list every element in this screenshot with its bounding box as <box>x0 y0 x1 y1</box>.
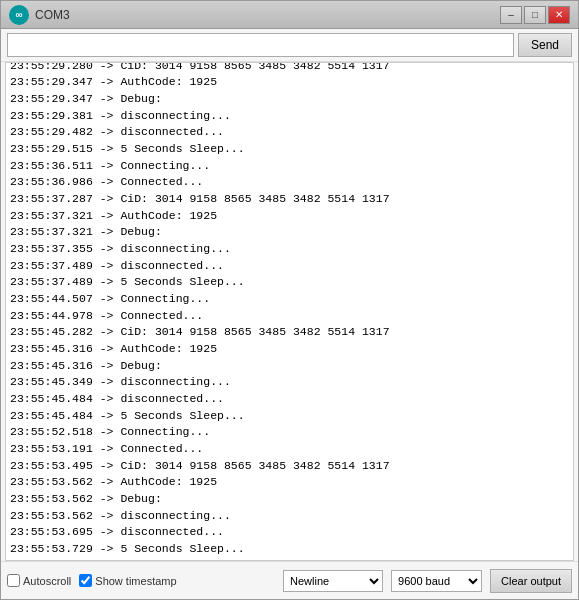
log-line: 23:55:36.511 -> Connecting... <box>10 158 569 175</box>
log-line: 23:55:29.381 -> disconnecting... <box>10 108 569 125</box>
clear-output-button[interactable]: Clear output <box>490 569 572 593</box>
log-line: 23:55:45.316 -> Debug: <box>10 358 569 375</box>
autoscroll-label[interactable]: Autoscroll <box>7 574 71 587</box>
serial-monitor-window: ∞ COM3 – □ ✕ Send 23:55:29.012 -> Connec… <box>0 0 579 600</box>
log-line: 23:55:37.321 -> AuthCode: 1925 <box>10 208 569 225</box>
output-area[interactable]: 23:55:29.012 -> Connected...23:55:29.280… <box>5 62 574 561</box>
log-line: 23:55:37.355 -> disconnecting... <box>10 241 569 258</box>
log-line: 23:55:36.986 -> Connected... <box>10 174 569 191</box>
arduino-logo-icon: ∞ <box>9 5 29 25</box>
log-line: 23:55:29.280 -> CiD: 3014 9158 8565 3485… <box>10 62 569 74</box>
log-line: 23:55:53.562 -> Debug: <box>10 491 569 508</box>
title-bar-left: ∞ COM3 <box>9 5 70 25</box>
send-button[interactable]: Send <box>518 33 572 57</box>
log-line: 23:55:45.316 -> AuthCode: 1925 <box>10 341 569 358</box>
minimize-button[interactable]: – <box>500 6 522 24</box>
input-row: Send <box>1 29 578 62</box>
log-line: 23:55:37.489 -> disconnected... <box>10 258 569 275</box>
bottom-bar: Autoscroll Show timestamp No line ending… <box>1 561 578 599</box>
log-line: 23:55:53.695 -> disconnected... <box>10 524 569 541</box>
send-input[interactable] <box>7 33 514 57</box>
log-line: 23:55:29.347 -> AuthCode: 1925 <box>10 74 569 91</box>
maximize-button[interactable]: □ <box>524 6 546 24</box>
title-bar: ∞ COM3 – □ ✕ <box>1 1 578 29</box>
log-line: 23:55:44.507 -> Connecting... <box>10 291 569 308</box>
title-bar-controls: – □ ✕ <box>500 6 570 24</box>
log-line: 23:55:53.729 -> 5 Seconds Sleep... <box>10 541 569 558</box>
log-line: 23:55:29.515 -> 5 Seconds Sleep... <box>10 141 569 158</box>
log-line: 23:55:29.482 -> disconnected... <box>10 124 569 141</box>
show-timestamp-checkbox[interactable] <box>79 574 92 587</box>
show-timestamp-label[interactable]: Show timestamp <box>79 574 176 587</box>
log-line: 23:55:52.518 -> Connecting... <box>10 424 569 441</box>
log-line: 23:55:45.484 -> disconnected... <box>10 391 569 408</box>
log-line: 23:55:53.191 -> Connected... <box>10 441 569 458</box>
log-line: 23:55:29.347 -> Debug: <box>10 91 569 108</box>
window-title: COM3 <box>35 8 70 22</box>
log-line: 23:55:45.484 -> 5 Seconds Sleep... <box>10 408 569 425</box>
log-line: 23:55:45.282 -> CiD: 3014 9158 8565 3485… <box>10 324 569 341</box>
baud-dropdown[interactable]: 300 baud1200 baud2400 baud4800 baud9600 … <box>391 570 482 592</box>
log-line: 23:55:53.562 -> disconnecting... <box>10 508 569 525</box>
log-line: 23:55:53.495 -> CiD: 3014 9158 8565 3485… <box>10 458 569 475</box>
autoscroll-text: Autoscroll <box>23 575 71 587</box>
close-button[interactable]: ✕ <box>548 6 570 24</box>
autoscroll-checkbox[interactable] <box>7 574 20 587</box>
log-line: 23:55:37.489 -> 5 Seconds Sleep... <box>10 274 569 291</box>
show-timestamp-text: Show timestamp <box>95 575 176 587</box>
log-line: 23:55:37.321 -> Debug: <box>10 224 569 241</box>
newline-dropdown[interactable]: No line endingNewlineCarriage returnBoth… <box>283 570 383 592</box>
log-line: 23:55:44.978 -> Connected... <box>10 308 569 325</box>
log-line: 23:55:37.287 -> CiD: 3014 9158 8565 3485… <box>10 191 569 208</box>
log-line: 23:55:45.349 -> disconnecting... <box>10 374 569 391</box>
log-line: 23:55:53.562 -> AuthCode: 1925 <box>10 474 569 491</box>
